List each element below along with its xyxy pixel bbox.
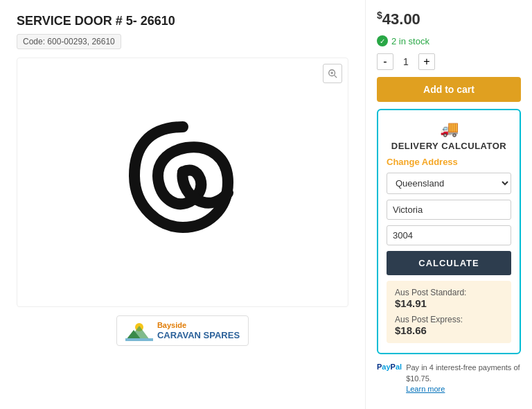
zoom-icon[interactable] bbox=[323, 64, 342, 83]
postcode-input[interactable] bbox=[387, 225, 511, 245]
delivery-truck-icon: 🚚 bbox=[440, 120, 459, 138]
product-price: $43.00 bbox=[377, 10, 521, 28]
quantity-control: - 1 + bbox=[377, 53, 521, 70]
express-shipping-price: $18.66 bbox=[395, 324, 503, 336]
standard-shipping-option: Aus Post Standard: $14.91 bbox=[395, 288, 503, 309]
standard-shipping-label: Aus Post Standard: bbox=[395, 288, 503, 297]
quantity-minus-button[interactable]: - bbox=[377, 53, 393, 70]
brand-logo: Bayside CARAVAN SPARES bbox=[17, 315, 348, 346]
quantity-value: 1 bbox=[399, 56, 413, 67]
delivery-results: Aus Post Standard: $14.91 Aus Post Expre… bbox=[387, 281, 511, 343]
delivery-title: DELIVERY CALCULATOR bbox=[391, 141, 506, 151]
paypal-learn-more-link[interactable]: Learn more bbox=[406, 385, 445, 393]
delivery-calculator: 🚚 DELIVERY CALCULATOR Change Address Que… bbox=[377, 109, 521, 354]
paypal-section: PayPal Pay in 4 interest-free payments o… bbox=[377, 363, 521, 394]
product-code: Code: 600-00293, 26610 bbox=[17, 34, 121, 49]
paypal-text: Pay in 4 interest-free payments of $10.7… bbox=[406, 363, 521, 394]
express-shipping-option: Aus Post Express: $18.66 bbox=[395, 315, 503, 336]
brand-subtitle: CARAVAN SPARES bbox=[157, 330, 240, 341]
paypal-logo: PayPal bbox=[377, 363, 402, 371]
suburb-input[interactable] bbox=[387, 200, 511, 220]
brand-name: Bayside bbox=[157, 321, 240, 330]
svg-line-1 bbox=[335, 76, 337, 78]
calculate-button[interactable]: CALCULATE bbox=[387, 251, 511, 275]
standard-shipping-price: $14.91 bbox=[395, 297, 503, 309]
product-image bbox=[107, 92, 259, 272]
delivery-header: 🚚 DELIVERY CALCULATOR bbox=[387, 120, 511, 151]
add-to-cart-button[interactable]: Add to cart bbox=[377, 77, 521, 102]
product-image-container bbox=[17, 58, 348, 307]
brand-logo-icon bbox=[125, 320, 153, 341]
state-select[interactable]: Queensland New South Wales Victoria Sout… bbox=[387, 173, 511, 194]
quantity-plus-button[interactable]: + bbox=[418, 53, 435, 70]
stock-check-icon: ✓ bbox=[377, 35, 388, 46]
product-title: SERVICE DOOR # 5- 26610 bbox=[17, 14, 348, 28]
change-address-link[interactable]: Change Address bbox=[387, 157, 511, 167]
stock-badge: ✓ 2 in stock bbox=[377, 35, 521, 46]
svg-rect-7 bbox=[125, 338, 153, 341]
express-shipping-label: Aus Post Express: bbox=[395, 315, 503, 324]
